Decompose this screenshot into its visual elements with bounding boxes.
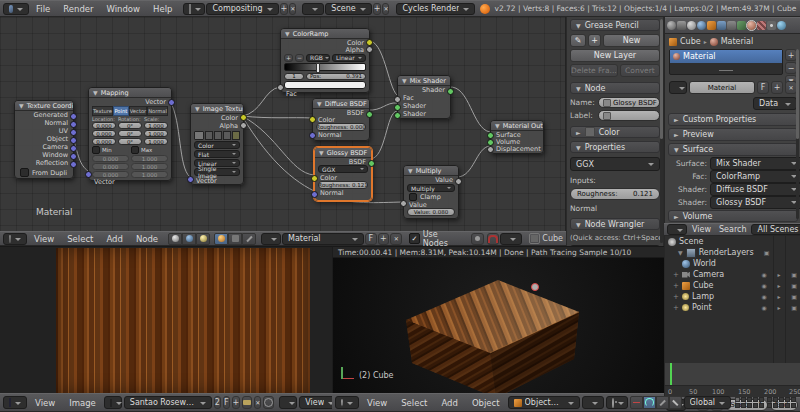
layers-grid-left[interactable] bbox=[735, 397, 764, 408]
socket-normal[interactable] bbox=[70, 121, 77, 128]
new-material-button[interactable]: + bbox=[378, 233, 390, 245]
menu-add[interactable]: Add bbox=[100, 234, 128, 244]
socket-value-out[interactable] bbox=[455, 178, 462, 185]
location-z-field[interactable]: 0.000 bbox=[92, 138, 116, 145]
socket-generated[interactable] bbox=[70, 113, 77, 120]
color-section-header[interactable]: ► Color bbox=[570, 126, 660, 138]
add-stop-button[interactable]: + bbox=[284, 54, 293, 62]
slot-list-resize-handle[interactable] bbox=[719, 70, 733, 74]
image-open-button[interactable] bbox=[223, 131, 231, 140]
pack-image-button[interactable] bbox=[263, 396, 274, 409]
ramp-interp-dropdown[interactable]: Linear bbox=[332, 54, 366, 62]
selectability-toggle[interactable]: ▸ bbox=[773, 271, 785, 278]
min-y-field[interactable]: 0.000 bbox=[92, 163, 129, 170]
rotation-z-field[interactable]: 0° bbox=[118, 138, 142, 145]
scale-x-field[interactable]: 1.000 bbox=[144, 122, 168, 129]
ramp-mode-dropdown[interactable]: RGB bbox=[306, 54, 330, 62]
menu-search[interactable]: Search bbox=[716, 225, 749, 234]
collapse-icon[interactable]: ▼ bbox=[317, 100, 322, 107]
selectability-toggle[interactable]: ▸ bbox=[773, 293, 785, 300]
scene-tab-icon[interactable] bbox=[687, 21, 696, 30]
roughness-slider[interactable]: Roughness: 0.000 bbox=[316, 123, 366, 131]
scene-icon-button[interactable] bbox=[302, 3, 324, 15]
screen-layout-icon-button[interactable] bbox=[183, 3, 205, 15]
socket-color-out[interactable] bbox=[366, 39, 373, 46]
socket-displacement-in[interactable] bbox=[487, 146, 494, 153]
delete-frame-button[interactable]: Delete Fra... bbox=[570, 64, 618, 77]
menu-help[interactable]: Help bbox=[147, 4, 178, 14]
ramp-stop-handle[interactable] bbox=[316, 63, 320, 73]
socket-fac-in[interactable] bbox=[394, 96, 401, 103]
manipulator-combo-button[interactable] bbox=[669, 396, 682, 409]
node-texture-coordinate[interactable]: ▼Texture Coordinate Generated Normal UV … bbox=[14, 100, 74, 179]
grease-pencil-section-header[interactable]: ▼ Grease Pencil bbox=[570, 19, 660, 31]
screen-layout-selector[interactable]: Compositing bbox=[206, 3, 278, 15]
image-pack-icon[interactable] bbox=[232, 131, 240, 140]
visibility-toggle[interactable]: ◉ bbox=[758, 304, 770, 311]
data-tab-icon[interactable] bbox=[737, 21, 746, 30]
socket-alpha-out[interactable] bbox=[240, 122, 247, 129]
custom-properties-section[interactable]: ► Custom Properties bbox=[668, 113, 798, 126]
world-tab-icon[interactable] bbox=[697, 21, 706, 30]
roughness-slider[interactable]: Roughness: 0.121 bbox=[570, 188, 660, 200]
image-icon-button[interactable] bbox=[104, 396, 122, 409]
render-engine-selector[interactable]: Cycles Render bbox=[396, 3, 475, 15]
layers-widget[interactable] bbox=[735, 397, 796, 408]
editor-type-outliner-button[interactable] bbox=[667, 224, 687, 235]
shader1-dropdown[interactable]: Diffuse BSDF bbox=[710, 183, 800, 196]
menu-select[interactable]: Select bbox=[395, 398, 433, 408]
remove-stop-button[interactable]: − bbox=[295, 54, 304, 62]
socket-fac-in[interactable] bbox=[277, 84, 284, 91]
fake-user-button[interactable]: F bbox=[223, 396, 230, 409]
distribution-dropdown[interactable]: GGX bbox=[570, 157, 660, 171]
collapse-icon[interactable]: ▼ bbox=[319, 149, 324, 156]
data-link-dropdown[interactable]: Data bbox=[753, 97, 797, 110]
constraints-tab-icon[interactable] bbox=[717, 21, 726, 30]
grease-add-button[interactable]: + bbox=[588, 34, 601, 47]
outliner-row-point[interactable]: + Point ◉ ▸ ▣ bbox=[665, 302, 800, 313]
fac-dropdown[interactable]: ColorRamp bbox=[710, 170, 800, 183]
close-scene-button[interactable]: ✕ bbox=[382, 3, 389, 15]
node-image-texture[interactable]: ▼Image Texture Color Alpha Color Flat Li… bbox=[190, 103, 244, 185]
menu-render[interactable]: Render bbox=[57, 4, 99, 14]
volume-section[interactable]: ► Volume bbox=[668, 210, 798, 222]
add-scene-button[interactable]: + bbox=[373, 3, 382, 15]
socket-bsdf-out[interactable] bbox=[366, 111, 373, 118]
location-x-field[interactable]: 0.000 bbox=[92, 122, 116, 129]
source-dropdown[interactable]: Single Image bbox=[194, 168, 240, 176]
collapse-icon[interactable]: ▼ bbox=[408, 167, 413, 174]
outliner-row-camera[interactable]: + Camera ◉ ▸ ▣ bbox=[665, 269, 800, 280]
max-x-field[interactable]: 1.000 bbox=[131, 155, 168, 162]
node-colorramp[interactable]: ▼ColorRamp Color Alpha + − RGB Linear 1 … bbox=[280, 28, 370, 93]
shader-nodes-button[interactable] bbox=[214, 233, 228, 245]
rotation-x-field[interactable]: 0° bbox=[118, 122, 142, 129]
menu-image[interactable]: Image bbox=[63, 398, 102, 408]
browse-material-button[interactable] bbox=[669, 81, 687, 94]
socket-window[interactable] bbox=[70, 153, 77, 160]
physics-tab-icon[interactable] bbox=[777, 21, 786, 30]
value-field[interactable]: Value: 0.080 bbox=[407, 208, 455, 216]
properties-scrollbar[interactable] bbox=[796, 49, 799, 219]
socket-color-out[interactable] bbox=[240, 114, 247, 121]
timeline-ruler[interactable]: 0 50 100 150 200 250 bbox=[664, 385, 800, 397]
min-x-field[interactable]: 0.000 bbox=[92, 155, 129, 162]
pivot-dropdown[interactable] bbox=[606, 396, 628, 409]
socket-camera[interactable] bbox=[70, 145, 77, 152]
expander-icon[interactable]: + bbox=[673, 304, 679, 312]
expander-icon[interactable]: ▼ bbox=[678, 249, 683, 256]
image-datablock-field[interactable]: Santao Rosewood ... bbox=[124, 396, 212, 409]
socket-surface-in[interactable] bbox=[487, 132, 494, 139]
breadcrumb-material[interactable]: Material bbox=[721, 37, 754, 46]
stop-position-field[interactable]: Pos: 0.391 bbox=[306, 73, 366, 80]
compositing-nodes-button[interactable] bbox=[228, 233, 242, 245]
max-z-field[interactable]: 1.000 bbox=[131, 171, 168, 178]
mode-dropdown[interactable]: Object Mode bbox=[508, 396, 580, 409]
node-mapping[interactable]: ▼Mapping Vector Texture Point Vector Nor… bbox=[88, 87, 172, 181]
distribution-dropdown[interactable]: GGX bbox=[318, 165, 368, 173]
operation-dropdown[interactable]: Multiply bbox=[407, 184, 455, 192]
selectability-toggle[interactable]: ▸ bbox=[773, 304, 785, 311]
projection-dropdown[interactable]: Flat bbox=[194, 150, 240, 158]
socket-value-in[interactable] bbox=[400, 200, 407, 207]
expander-icon[interactable]: + bbox=[673, 282, 679, 290]
socket-vector-in[interactable] bbox=[187, 176, 194, 183]
